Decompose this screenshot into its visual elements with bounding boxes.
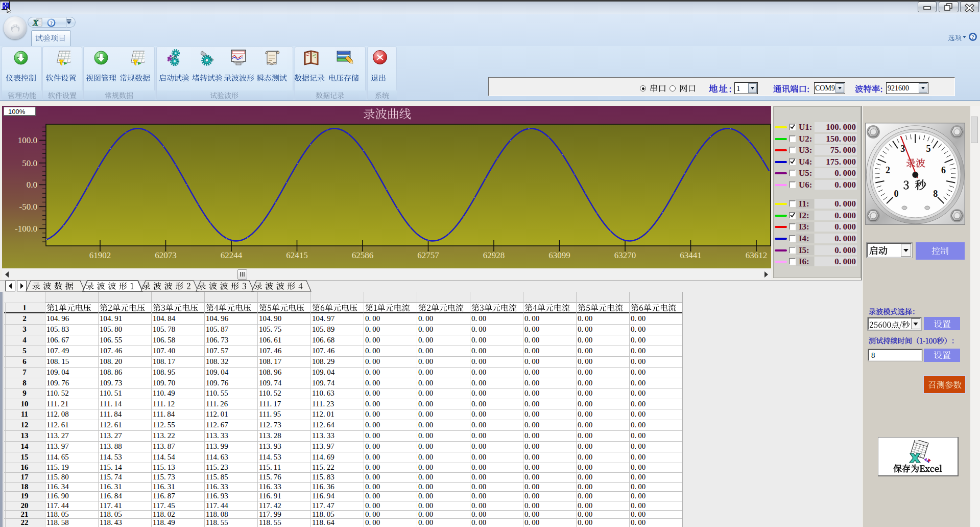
svg-text:-100.0: -100.0 [15,224,37,234]
svg-text:0.0: 0.0 [27,180,37,190]
svg-text:X: X [32,18,39,27]
svg-text:62415: 62415 [286,250,308,260]
svg-text:62928: 62928 [483,250,505,260]
svg-text:8: 8 [933,189,938,199]
svg-text:50.0: 50.0 [22,158,37,168]
svg-text:62073: 62073 [155,250,177,260]
svg-text:63099: 63099 [548,250,570,260]
svg-text:0: 0 [894,189,899,199]
svg-text:63612: 63612 [746,250,768,260]
svg-text:6: 6 [941,165,946,175]
svg-text:61902: 61902 [89,250,111,260]
svg-text:63270: 63270 [614,250,636,260]
svg-text:2: 2 [886,165,890,175]
svg-text:62757: 62757 [417,250,439,260]
svg-text:62244: 62244 [221,250,243,260]
svg-text:100.0: 100.0 [18,135,37,145]
svg-text:?: ? [50,20,53,26]
svg-text:5: 5 [926,144,931,154]
svg-text:63441: 63441 [680,250,702,260]
svg-text:-50.0: -50.0 [19,202,37,212]
svg-text:62586: 62586 [352,250,374,260]
